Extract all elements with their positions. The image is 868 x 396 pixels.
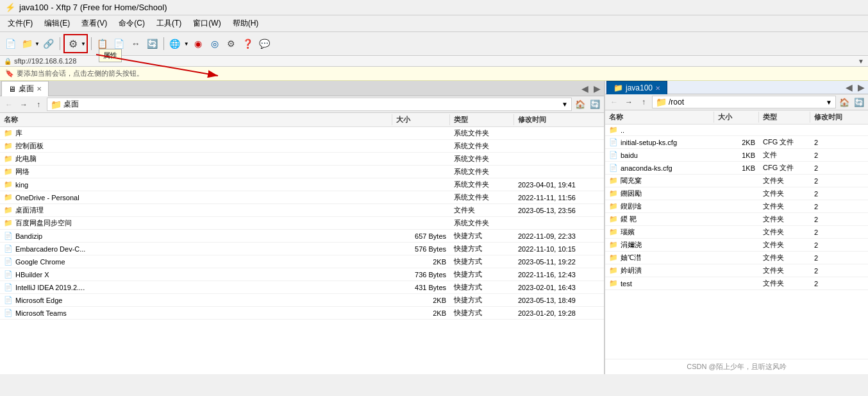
file-size-col: 431 Bytes — [392, 281, 450, 293]
open-dropdown-arrow[interactable]: ▼ — [35, 41, 40, 47]
menu-edit[interactable]: 编辑(E) — [39, 17, 75, 30]
globe-dropdown-arrow[interactable]: ▼ — [184, 41, 189, 47]
right-nav-home[interactable]: 🏠 — [838, 96, 851, 108]
toolbar-properties-btn[interactable]: ⚙ — [65, 36, 81, 51]
table-row[interactable]: 📁库 系统文件夹 — [0, 127, 604, 140]
table-row[interactable]: 📄initial-setup-ks.cfg 2KB CFG 文件 2 — [605, 136, 868, 149]
right-file-list[interactable]: 名称 大小 类型 修改时间 📁.. 📄initial-setup-ks.cfg … — [605, 110, 868, 359]
address-input[interactable] — [14, 57, 855, 65]
table-row[interactable]: 📁妗岄潰 文件夹 2 — [605, 264, 868, 277]
table-row[interactable]: 📄Microsoft Edge 2KB 快捷方式 2023-05-13, 18:… — [0, 294, 604, 307]
table-row[interactable]: 📄HBuilder X 736 Bytes 快捷方式 2022-11-16, 1… — [0, 268, 604, 281]
right-tab-bar: 📁 java100 ✕ ◀ ▶ — [605, 81, 868, 94]
java100-tab-icon: 📁 — [613, 83, 623, 92]
file-modified-col: 2022-11-16, 12:43 — [514, 268, 604, 280]
java100-tab-close[interactable]: ✕ — [655, 85, 660, 92]
file-modified-col — [514, 140, 604, 152]
file-modified-col: 2023-04-01, 19:41 — [514, 178, 604, 191]
left-nav-home[interactable]: 🏠 — [574, 98, 587, 111]
menu-window[interactable]: 窗口(W) — [188, 17, 226, 30]
menu-command[interactable]: 命令(C) — [113, 17, 150, 30]
file-modified-col: 2023-01-20, 19:28 — [514, 307, 604, 319]
properties-tooltip: 属性 — [99, 49, 122, 62]
right-path-text: /root — [669, 98, 684, 107]
toolbar-open-dropdown[interactable]: 📁 ▼ — [19, 36, 40, 51]
table-row[interactable]: 📁桌面清理 文件夹 2023-05-13, 23:56 — [0, 204, 604, 217]
left-nav-bar: ← → ↑ 📁 桌面 ▼ 🏠 🔄 — [0, 96, 604, 113]
file-size-col: 2KB — [392, 294, 450, 306]
file-modified-col — [514, 153, 604, 165]
right-nav-forward[interactable]: → — [622, 96, 635, 108]
table-row[interactable]: 📁OneDrive - Personal 系统文件夹 2022-11-11, 1… — [0, 191, 604, 204]
left-nav-up[interactable]: ↑ — [32, 98, 45, 111]
table-row[interactable]: 📁鍐 靶 文件夹 2 — [605, 213, 868, 226]
toolbar-sync[interactable]: 🔄 — [145, 36, 160, 51]
table-row[interactable]: 📁网络 系统文件夹 — [0, 166, 604, 178]
rfile-name-col: 📁鍥剧墖 — [605, 200, 714, 212]
file-type-col: 快捷方式 — [450, 294, 514, 306]
file-type-col: 系统文件夹 — [450, 191, 514, 203]
toolbar-globe[interactable]: 🌐 — [167, 36, 183, 51]
table-row[interactable]: 📄Google Chrome 2KB 快捷方式 2023-05-11, 19:2… — [0, 255, 604, 268]
properties-dropdown-arrow[interactable]: ▼ — [81, 41, 86, 47]
left-file-header: 名称 大小 类型 修改时间 — [0, 113, 604, 127]
menu-help[interactable]: 帮助(H) — [228, 17, 264, 30]
toolbar-open[interactable]: 📁 — [19, 36, 35, 51]
table-row[interactable]: 📁.. — [605, 125, 868, 136]
right-nav-back[interactable]: ← — [608, 96, 621, 108]
table-row[interactable]: 📁此电脑 系统文件夹 — [0, 153, 604, 166]
left-nav-back[interactable]: ← — [3, 98, 15, 111]
address-dropdown-arrow[interactable]: ▼ — [858, 58, 864, 65]
right-breadcrumb-dropdown[interactable]: ▼ — [826, 99, 832, 106]
table-row[interactable]: 📁test 文件夹 2 — [605, 277, 868, 290]
file-modified-col: 2022-11-09, 22:33 — [514, 230, 604, 242]
toolbar-new-session[interactable]: 📄 — [3, 36, 18, 51]
right-nav-up[interactable]: ↑ — [637, 96, 650, 108]
table-row[interactable]: 📁鎙囦勵 文件夹 2 — [605, 187, 868, 200]
table-row[interactable]: 📁妯℃澘 文件夹 2 — [605, 252, 868, 264]
table-row[interactable]: 📁百度网盘同步空间 系统文件夹 — [0, 217, 604, 230]
right-tab-java100[interactable]: 📁 java100 ✕ — [606, 81, 667, 94]
rfile-type-col: 文件夹 — [759, 239, 810, 251]
right-nav-refresh[interactable]: 🔄 — [853, 96, 865, 108]
table-row[interactable]: 📁king 系统文件夹 2023-04-01, 19:41 — [0, 178, 604, 191]
breadcrumb-dropdown[interactable]: ▼ — [562, 101, 568, 108]
left-nav-refresh[interactable]: 🔄 — [588, 98, 601, 111]
rfile-name-col: 📁閾充窠 — [605, 175, 714, 187]
table-row[interactable]: 📁涓嬭浇 文件夹 2 — [605, 239, 868, 252]
toolbar-move[interactable]: ↔ — [128, 36, 144, 51]
table-row[interactable]: 📄anaconda-ks.cfg 1KB CFG 文件 2 — [605, 162, 868, 175]
toolbar-help[interactable]: ❓ — [240, 36, 256, 51]
table-row[interactable]: 📄Microsoft Teams 2KB 快捷方式 2023-01-20, 19… — [0, 307, 604, 320]
menu-file[interactable]: 文件(F) — [3, 17, 38, 30]
toolbar-comment[interactable]: 💬 — [257, 36, 272, 51]
left-nav-forward[interactable]: → — [17, 98, 30, 111]
toolbar-red-icon[interactable]: ◉ — [190, 36, 206, 51]
table-row[interactable]: 📄baidu 1KB 文件 2 — [605, 149, 868, 162]
right-tab-prev[interactable]: ◀ — [844, 82, 855, 92]
left-tab-desktop[interactable]: 🖥 桌面 ✕ — [1, 81, 49, 96]
left-tab-next[interactable]: ▶ — [592, 83, 603, 94]
right-tab-next[interactable]: ▶ — [856, 82, 867, 92]
table-row[interactable]: 📄Embarcadero Dev-C... 576 Bytes 快捷方式 202… — [0, 243, 604, 255]
menu-tools[interactable]: 工具(T) — [151, 17, 187, 30]
rfile-modified-col: 2 — [810, 162, 868, 174]
file-modified-col: 2022-11-11, 11:56 — [514, 191, 604, 203]
table-row[interactable]: 📁閾充窠 文件夹 2 — [605, 175, 868, 187]
menu-view[interactable]: 查看(V) — [76, 17, 112, 30]
file-type-col: 系统文件夹 — [450, 217, 514, 229]
file-size-col: 2KB — [392, 255, 450, 268]
table-row[interactable]: 📁瑙嬪 文件夹 2 — [605, 226, 868, 239]
breadcrumb-folder-icon: 📁 — [51, 99, 62, 110]
table-row[interactable]: 📁鍥剧墖 文件夹 2 — [605, 200, 868, 213]
toolbar-connect[interactable]: 🔗 — [41, 36, 56, 51]
toolbar-gear[interactable]: ⚙ — [224, 36, 239, 51]
toolbar-blue-icon[interactable]: ◎ — [207, 36, 222, 51]
table-row[interactable]: 📄IntelliJ IDEA 2019.2.... 431 Bytes 快捷方式… — [0, 281, 604, 294]
table-row[interactable]: 📁控制面板 系统文件夹 — [0, 140, 604, 153]
left-file-list[interactable]: 名称 大小 类型 修改时间 📁库 系统文件夹 📁控制面板 系统文件夹 📁此电脑 … — [0, 113, 604, 374]
left-tab-prev[interactable]: ◀ — [580, 83, 590, 94]
desktop-tab-close[interactable]: ✕ — [37, 85, 42, 92]
table-row[interactable]: 📄Bandizip 657 Bytes 快捷方式 2022-11-09, 22:… — [0, 230, 604, 243]
rfile-type-col — [759, 125, 810, 135]
